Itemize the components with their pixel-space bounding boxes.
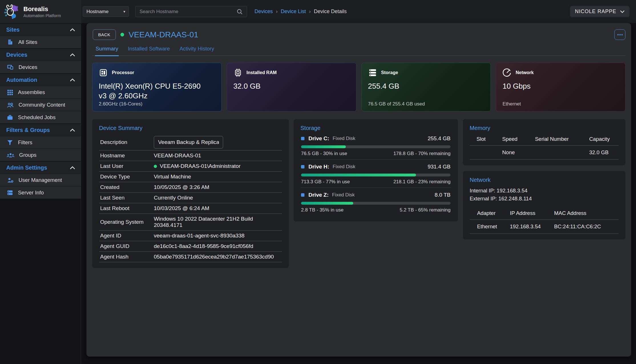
external-ip: External IP: 162.248.8.114 [470, 195, 619, 203]
sidebar-item-label: Scheduled Jobs [18, 114, 56, 121]
search-box[interactable] [135, 6, 247, 17]
hostname-filter-label: Hostname [86, 9, 108, 15]
sidebar-item-groups[interactable]: Groups [0, 149, 81, 161]
row-value: VEEAM-DRAAS-01 [154, 152, 201, 159]
drive-size: 8.0 TB [435, 192, 451, 198]
brand-name: Borealis [23, 5, 61, 13]
sidebar-item-scheduled-jobs[interactable]: Scheduled Jobs [0, 111, 81, 123]
sidebar-item-label: Filters [18, 139, 32, 146]
drive-remaining-text: 218.1 GB - 23% remaining [393, 179, 451, 185]
memory-serial [535, 146, 589, 159]
ram-chip-icon [233, 68, 243, 77]
card-subtext: 2.60GHz (16-Cores) [99, 101, 142, 107]
device-title-row: BACK VEEAM-DRAAS-01 [92, 29, 625, 40]
card-value: Intel(R) Xeon(R) CPU E5-2690 v3 @ 2.60GH… [99, 82, 206, 101]
sidebar-section-devices[interactable]: Devices [0, 49, 81, 61]
row-label: Agent GUID [100, 243, 154, 249]
sidebar-item-label: Devices [19, 64, 37, 70]
column-header: MAC Address [554, 206, 619, 219]
user-menu-button[interactable]: NICOLE RAPPE [570, 6, 629, 17]
row-value: Virtual Machine [154, 174, 191, 180]
drive-usage-fill [301, 174, 416, 176]
sidebar-section-admin-settings[interactable]: Admin Settings [0, 162, 81, 174]
sidebar-item-filters[interactable]: Filters [0, 136, 81, 149]
people-icon [7, 102, 14, 108]
row-value: Currently Online [154, 195, 193, 201]
row-label: Agent Hash [100, 254, 154, 260]
card-value: 10 Gbps [502, 82, 609, 91]
sidebar-section-filters-groups[interactable]: Filters & Groups [0, 124, 81, 136]
sidebar: Borealis Automation Platform Sites All S… [0, 0, 81, 364]
brand-subtitle: Automation Platform [23, 13, 61, 18]
adapter-name: Ethernet [477, 220, 510, 233]
search-input[interactable] [140, 9, 237, 15]
drive-used-text: 76.5 GB - 30% in use [301, 151, 347, 156]
table-row: Ethernet 192.168.3.54 BC:24:11:CA:C6:2C [470, 220, 619, 234]
main-content: BACK VEEAM-DRAAS-01 Summary Installed So… [86, 23, 631, 357]
hostname-filter-select[interactable]: Hostname ▾ [83, 6, 129, 17]
breadcrumb-device-list[interactable]: Device List [281, 9, 306, 15]
column-header: Capacity [589, 131, 619, 145]
panel-title: Network [470, 177, 619, 183]
description-input[interactable] [154, 136, 223, 149]
drive-bullet-icon [301, 193, 304, 197]
card-title: Storage [381, 70, 398, 75]
processor-card: Processor Intel(R) Xeon(R) CPU E5-2690 v… [92, 63, 222, 111]
chevron-up-icon [70, 129, 75, 132]
top-bar: Hostname ▾ Devices › Device List › Devic… [81, 0, 636, 23]
device-actions-button[interactable] [614, 29, 625, 40]
memory-speed: None [502, 146, 535, 159]
drive-name: Drive H: [308, 164, 329, 170]
table-row: Agent Hash 05ba0e7935171d626ecea29b27d7a… [99, 252, 282, 262]
groups-icon [7, 152, 14, 158]
back-button[interactable]: BACK [93, 29, 116, 40]
server-icon [7, 190, 13, 196]
sidebar-item-label: Community Content [19, 102, 65, 108]
tab-activity-history[interactable]: Activity History [179, 46, 215, 56]
ellipsis-icon [617, 34, 623, 36]
tab-summary[interactable]: Summary [95, 46, 119, 56]
section-label: Sites [6, 27, 70, 33]
section-label: Admin Settings [6, 164, 70, 171]
row-value: 10/03/2025 @ 6:24 AM [154, 205, 209, 212]
sidebar-section-automation[interactable]: Automation [0, 74, 81, 86]
panel-title: Memory [470, 125, 619, 131]
card-value: 32.0 GB [233, 82, 340, 91]
chevron-up-icon [70, 78, 75, 82]
device-tabs: Summary Installed Software Activity Hist… [92, 46, 625, 56]
sidebar-item-server-info[interactable]: Server Info [0, 186, 81, 199]
column-header: IP Address [510, 206, 554, 219]
brand-logo-area: Borealis Automation Platform [0, 0, 81, 23]
column-header: Slot [477, 131, 502, 145]
memory-slot [477, 146, 502, 159]
memory-panel: Memory Slot Speed Serial Number Capacity… [463, 119, 625, 165]
drive-usage-bar [301, 202, 451, 205]
sidebar-item-assemblies[interactable]: Assemblies [0, 86, 81, 98]
drive-type: Fixed Disk [333, 136, 355, 141]
card-title: Installed RAM [247, 70, 277, 75]
tab-installed-software[interactable]: Installed Software [127, 46, 170, 56]
row-value: VEEAM-DRAAS-01\Administrator [154, 163, 241, 169]
column-header: Speed [502, 131, 535, 145]
cpu-icon [99, 68, 108, 77]
storage-panel: Storage Drive C: Fixed Disk 255.4 GB 76.… [294, 119, 458, 221]
sidebar-item-devices[interactable]: Devices [0, 61, 81, 73]
sidebar-item-label: Server Info [18, 190, 44, 196]
row-label: Last User [100, 163, 154, 169]
sidebar-section-sites[interactable]: Sites [0, 24, 81, 36]
sidebar-item-user-management[interactable]: User Management [0, 174, 81, 186]
chevron-up-icon [70, 166, 75, 169]
table-row: Device Type Virtual Machine [99, 172, 282, 182]
drive-row-c: Drive C: Fixed Disk 255.4 GB 76.5 GB - 3… [300, 131, 451, 160]
table-row: Last Seen Currently Online [99, 193, 282, 203]
device-summary-table: Description Hostname VEEAM-DRAAS-01 Last… [99, 134, 282, 262]
sidebar-item-community-content[interactable]: Community Content [0, 99, 81, 111]
drive-size: 931.4 GB [428, 164, 451, 170]
breadcrumb: Devices › Device List › Device Details [255, 9, 347, 15]
row-value: Windows 10 2022 Datacenter 21H2 Build 20… [154, 216, 281, 228]
sidebar-item-label: All Sites [18, 39, 37, 45]
breadcrumb-devices[interactable]: Devices [255, 9, 273, 15]
table-row: Agent ID veeam-draas-01-agent-svc-8930a3… [99, 231, 282, 241]
user-gear-icon [7, 177, 14, 183]
sidebar-item-all-sites[interactable]: All Sites [0, 36, 81, 48]
